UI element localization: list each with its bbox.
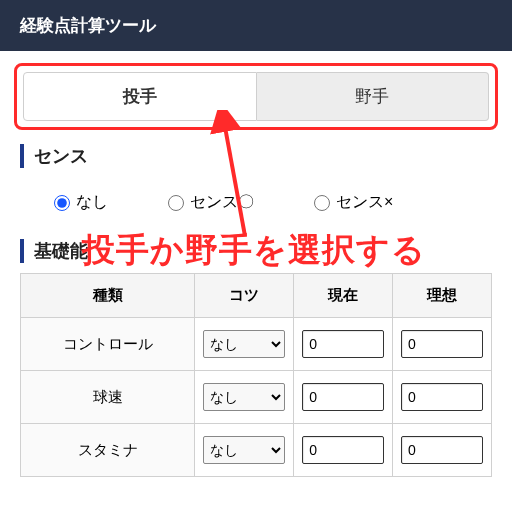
row-name: コントロール xyxy=(21,318,195,371)
kotsu-select[interactable]: なし xyxy=(203,330,285,358)
ideal-input[interactable] xyxy=(401,436,483,464)
ideal-input[interactable] xyxy=(401,383,483,411)
table-row: コントロール なし xyxy=(21,318,492,371)
now-input[interactable] xyxy=(302,330,384,358)
col-kotsu: コツ xyxy=(195,274,294,318)
col-now: 現在 xyxy=(294,274,393,318)
radio-input[interactable] xyxy=(168,195,184,211)
radio-label: なし xyxy=(76,192,108,213)
section-title-stats: 基礎能 xyxy=(20,239,492,263)
col-ideal: 理想 xyxy=(393,274,492,318)
stats-table: 種類 コツ 現在 理想 コントロール なし 球速 なし スタミナ なし xyxy=(20,273,492,477)
sense-option-none[interactable]: なし xyxy=(54,192,108,213)
radio-input[interactable] xyxy=(314,195,330,211)
table-header-row: 種類 コツ 現在 理想 xyxy=(21,274,492,318)
table-row: 球速 なし xyxy=(21,371,492,424)
tab-label: 野手 xyxy=(355,87,389,106)
tab-pitcher[interactable]: 投手 xyxy=(23,72,257,121)
now-input[interactable] xyxy=(302,383,384,411)
tab-label: 投手 xyxy=(123,87,157,106)
sense-option-circle[interactable]: センス〇 xyxy=(168,192,254,213)
section-sense: センス xyxy=(20,144,492,168)
tab-highlight-box: 投手 野手 xyxy=(14,63,498,130)
radio-label: センス× xyxy=(336,192,393,213)
sense-option-cross[interactable]: センス× xyxy=(314,192,393,213)
radio-input[interactable] xyxy=(54,195,70,211)
row-name: 球速 xyxy=(21,371,195,424)
kotsu-select[interactable]: なし xyxy=(203,383,285,411)
kotsu-select[interactable]: なし xyxy=(203,436,285,464)
page-header: 経験点計算ツール xyxy=(0,0,512,51)
page-title: 経験点計算ツール xyxy=(20,16,156,35)
section-stats: 基礎能 xyxy=(20,239,492,263)
position-tabs: 投手 野手 xyxy=(23,72,489,121)
now-input[interactable] xyxy=(302,436,384,464)
radio-label: センス〇 xyxy=(190,192,254,213)
table-row: スタミナ なし xyxy=(21,424,492,477)
col-type: 種類 xyxy=(21,274,195,318)
row-name: スタミナ xyxy=(21,424,195,477)
tab-fielder[interactable]: 野手 xyxy=(257,72,490,121)
section-title-sense: センス xyxy=(20,144,492,168)
sense-radio-group: なし センス〇 センス× xyxy=(0,176,512,229)
ideal-input[interactable] xyxy=(401,330,483,358)
